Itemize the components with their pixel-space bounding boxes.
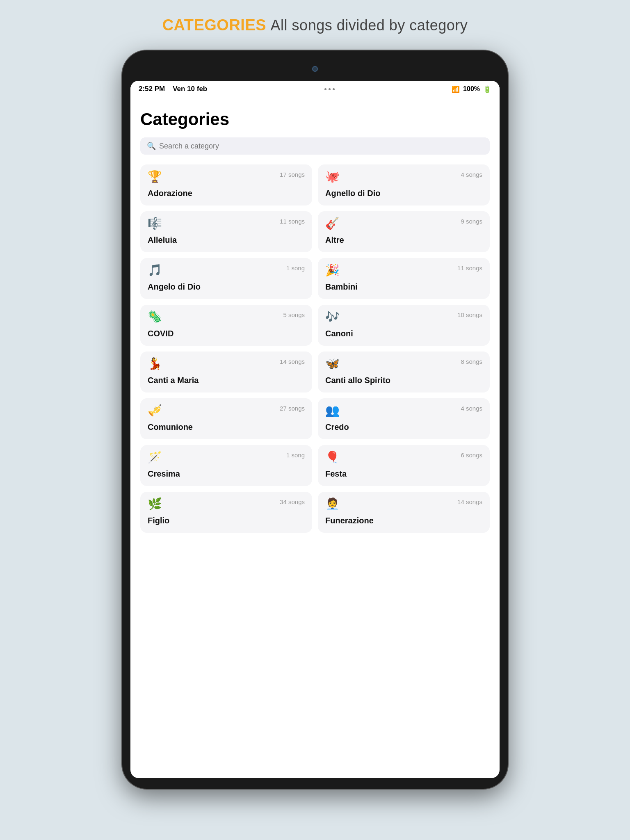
category-card-altre[interactable]: 🎸 9 songs Altre (318, 211, 490, 252)
app-content: Categories 🔍 🏆 17 songs Adorazione 🐙 4 s… (130, 97, 500, 541)
category-icon-altre: 🎸 (325, 218, 340, 229)
category-icon-canti-allo-spirito: 🦋 (325, 358, 340, 370)
category-count-comunione: 27 songs (280, 405, 305, 412)
category-name-comunione: Comunione (148, 422, 305, 432)
category-count-adorazione: 17 songs (280, 171, 305, 178)
category-name-alleluia: Alleluia (148, 235, 305, 245)
category-name-credo: Credo (325, 422, 482, 432)
category-icon-canti-a-maria: 💃 (148, 358, 162, 370)
category-card-angelo-di-dio[interactable]: 🎵 1 song Angelo di Dio (140, 258, 312, 299)
category-name-canti-allo-spirito: Canti allo Spirito (325, 376, 482, 385)
category-card-agnello-di-dio[interactable]: 🐙 4 songs Agnello di Dio (318, 164, 490, 205)
header-subtitle: All songs divided by category (271, 17, 468, 34)
battery-percent: 100% (463, 85, 480, 93)
category-name-altre: Altre (325, 235, 482, 245)
category-count-bambini: 11 songs (457, 265, 482, 272)
card-top: 🎼 11 songs (148, 218, 305, 229)
battery-icon: 🔋 (483, 85, 491, 93)
card-top: 🦠 5 songs (148, 311, 305, 323)
category-card-covid[interactable]: 🦠 5 songs COVID (140, 305, 312, 346)
category-count-angelo-di-dio: 1 song (286, 265, 305, 272)
category-card-adorazione[interactable]: 🏆 17 songs Adorazione (140, 164, 312, 205)
card-top: 👥 4 songs (325, 405, 482, 416)
category-card-cresima[interactable]: 🪄 1 song Cresima (140, 445, 312, 486)
category-count-credo: 4 songs (461, 405, 482, 412)
category-card-bambini[interactable]: 🎉 11 songs Bambini (318, 258, 490, 299)
category-icon-funerazione: 🧑‍💼 (325, 498, 340, 510)
category-count-festa: 6 songs (461, 452, 482, 459)
search-bar[interactable]: 🔍 (140, 137, 490, 155)
category-name-cresima: Cresima (148, 469, 305, 479)
category-name-festa: Festa (325, 469, 482, 479)
category-card-comunione[interactable]: 🎺 27 songs Comunione (140, 398, 312, 439)
category-name-agnello-di-dio: Agnello di Dio (325, 189, 482, 198)
camera-dot (312, 66, 318, 72)
app-title: Categories (140, 110, 490, 129)
card-top: 🧑‍💼 14 songs (325, 498, 482, 510)
category-icon-credo: 👥 (325, 405, 340, 416)
category-grid: 🏆 17 songs Adorazione 🐙 4 songs Agnello … (140, 164, 490, 533)
category-icon-comunione: 🎺 (148, 405, 162, 416)
card-top: 🏆 17 songs (148, 171, 305, 183)
screen: 2:52 PM Ven 10 feb 📶 100% 🔋 Categories 🔍 (130, 81, 500, 778)
category-icon-angelo-di-dio: 🎵 (148, 265, 162, 276)
category-name-funerazione: Funerazione (325, 516, 482, 525)
search-input[interactable] (159, 142, 483, 151)
status-bar: 2:52 PM Ven 10 feb 📶 100% 🔋 (130, 81, 500, 97)
category-icon-bambini: 🎉 (325, 265, 340, 276)
card-top: 🪄 1 song (148, 452, 305, 463)
category-icon-agnello-di-dio: 🐙 (325, 171, 340, 183)
category-icon-cresima: 🪄 (148, 452, 162, 463)
wifi-icon: 📶 (452, 85, 460, 93)
card-top: 🐙 4 songs (325, 171, 482, 183)
page-header: CATEGORIES All songs divided by category (162, 16, 468, 34)
categories-label: CATEGORIES (162, 16, 266, 34)
card-top: 🎈 6 songs (325, 452, 482, 463)
card-top: 🎺 27 songs (148, 405, 305, 416)
category-count-cresima: 1 song (286, 452, 305, 459)
card-top: 🎵 1 song (148, 265, 305, 276)
category-icon-adorazione: 🏆 (148, 171, 162, 183)
card-top: 🎸 9 songs (325, 218, 482, 229)
status-dots (324, 88, 335, 90)
category-count-alleluia: 11 songs (280, 218, 305, 225)
category-icon-festa: 🎈 (325, 452, 340, 463)
camera-area (130, 59, 500, 79)
category-icon-covid: 🦠 (148, 311, 162, 323)
card-top: 💃 14 songs (148, 358, 305, 370)
category-card-canti-a-maria[interactable]: 💃 14 songs Canti a Maria (140, 352, 312, 393)
category-card-figlio[interactable]: 🌿 34 songs Figlio (140, 492, 312, 533)
category-name-adorazione: Adorazione (148, 189, 305, 198)
category-name-figlio: Figlio (148, 516, 305, 525)
card-top: 🎉 11 songs (325, 265, 482, 276)
category-icon-alleluia: 🎼 (148, 218, 162, 229)
category-count-figlio: 34 songs (280, 498, 305, 505)
search-icon: 🔍 (147, 142, 156, 151)
category-count-canoni: 10 songs (457, 311, 482, 318)
category-name-canoni: Canoni (325, 329, 482, 338)
category-icon-canoni: 🎶 (325, 311, 340, 323)
category-name-canti-a-maria: Canti a Maria (148, 376, 305, 385)
category-count-funerazione: 14 songs (457, 498, 482, 505)
category-count-agnello-di-dio: 4 songs (461, 171, 482, 178)
category-card-credo[interactable]: 👥 4 songs Credo (318, 398, 490, 439)
status-right: 📶 100% 🔋 (452, 85, 491, 93)
category-count-covid: 5 songs (283, 311, 305, 318)
category-count-altre: 9 songs (461, 218, 482, 225)
category-count-canti-allo-spirito: 8 songs (461, 358, 482, 365)
category-card-alleluia[interactable]: 🎼 11 songs Alleluia (140, 211, 312, 252)
category-name-bambini: Bambini (325, 282, 482, 292)
card-top: 🌿 34 songs (148, 498, 305, 510)
tablet-frame: 2:52 PM Ven 10 feb 📶 100% 🔋 Categories 🔍 (122, 50, 508, 789)
card-top: 🎶 10 songs (325, 311, 482, 323)
category-name-covid: COVID (148, 329, 305, 338)
card-top: 🦋 8 songs (325, 358, 482, 370)
category-icon-figlio: 🌿 (148, 498, 162, 510)
status-time-date: 2:52 PM Ven 10 feb (139, 85, 207, 93)
category-card-canoni[interactable]: 🎶 10 songs Canoni (318, 305, 490, 346)
category-card-festa[interactable]: 🎈 6 songs Festa (318, 445, 490, 486)
category-count-canti-a-maria: 14 songs (280, 358, 305, 365)
category-card-funerazione[interactable]: 🧑‍💼 14 songs Funerazione (318, 492, 490, 533)
category-name-angelo-di-dio: Angelo di Dio (148, 282, 305, 292)
category-card-canti-allo-spirito[interactable]: 🦋 8 songs Canti allo Spirito (318, 352, 490, 393)
